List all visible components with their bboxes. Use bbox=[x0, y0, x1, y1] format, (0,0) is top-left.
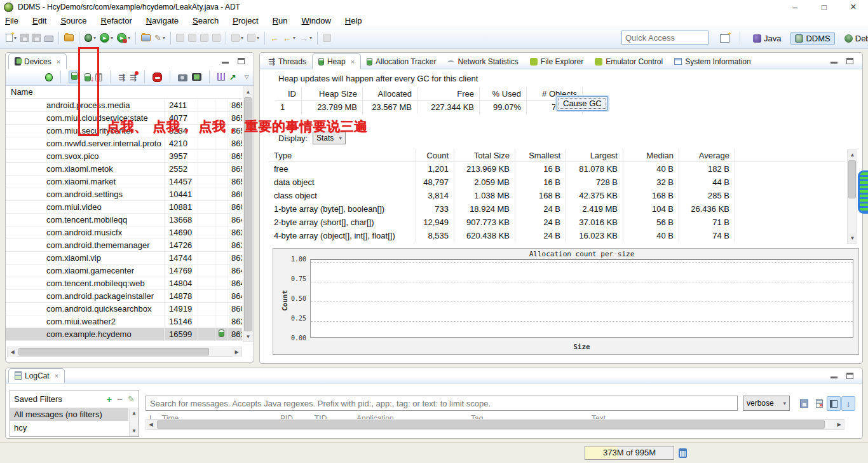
menu-item-project[interactable]: Project bbox=[233, 16, 258, 25]
scroll-right-icon[interactable]: ▶ bbox=[834, 420, 844, 429]
device-row[interactable]: com.android.thememanager147268630 bbox=[6, 239, 242, 252]
device-row[interactable]: com.xiaomi.market144578659 bbox=[6, 176, 242, 188]
debug-process-icon[interactable] bbox=[45, 73, 53, 81]
scroll-down-icon[interactable]: ▼ bbox=[848, 233, 857, 243]
devices-horizontal-scrollbar[interactable]: ◀ ▶ bbox=[7, 347, 242, 357]
perspective-debug[interactable]: Debug bbox=[840, 32, 868, 45]
debug-button[interactable]: ▾ bbox=[83, 31, 98, 46]
maximize-view-icon[interactable] bbox=[846, 373, 853, 379]
device-row[interactable]: com.example.hcydemo165998610 bbox=[6, 328, 242, 341]
window-maximize-button[interactable]: □ bbox=[810, 0, 839, 14]
stats-row[interactable]: 1-byte array (byte[], boolean[])73318.92… bbox=[269, 202, 844, 216]
logcat-horizontal-scrollbar[interactable]: ◀ ▶ bbox=[146, 419, 844, 430]
run-history-button[interactable]: ▾ bbox=[115, 31, 132, 46]
device-row[interactable]: com.android.quicksearchbox149198603 bbox=[6, 303, 242, 315]
log-level-select[interactable]: verbose ▾ bbox=[743, 396, 790, 411]
scroll-up-icon[interactable]: ▲ bbox=[848, 150, 857, 160]
tab-heap[interactable]: Heap× bbox=[312, 53, 361, 69]
stats-row[interactable]: 2-byte array (short[], char[])12,949907.… bbox=[269, 216, 844, 229]
annotation-nav-next[interactable]: ▾ bbox=[229, 31, 245, 46]
menu-item-window[interactable]: Window bbox=[302, 16, 331, 25]
toolbar-extra-1[interactable] bbox=[174, 31, 186, 46]
clear-log-button[interactable] bbox=[813, 397, 825, 410]
export-log-button[interactable] bbox=[797, 397, 810, 410]
menu-item-search[interactable]: Search bbox=[193, 16, 219, 25]
scroll-right-icon[interactable]: ▶ bbox=[232, 347, 241, 357]
maximize-view-icon[interactable] bbox=[846, 58, 853, 64]
stats-vertical-scrollbar[interactable]: ▲ ▼ bbox=[847, 149, 857, 244]
device-row[interactable]: com.android.packageinstaller148788649 bbox=[6, 290, 242, 303]
restore-editor-button[interactable] bbox=[321, 31, 333, 46]
cause-gc-button[interactable]: Cause GC bbox=[557, 96, 608, 111]
tab-devices[interactable]: Devices × bbox=[8, 53, 67, 69]
tab-file-explorer[interactable]: File Explorer bbox=[524, 53, 589, 69]
tab-threads[interactable]: Threads bbox=[262, 53, 312, 69]
device-row[interactable]: com.nvwfd.server.internal.proto42108655 bbox=[6, 137, 242, 150]
minimize-view-icon[interactable] bbox=[831, 373, 837, 378]
forward-button[interactable]: →▾ bbox=[297, 31, 314, 46]
perspective-java[interactable]: Java bbox=[749, 32, 785, 45]
start-method-profiling-button[interactable] bbox=[130, 73, 137, 82]
maximize-view-icon[interactable] bbox=[238, 58, 245, 64]
start-profiling-icon[interactable] bbox=[229, 73, 236, 82]
open-type-button[interactable] bbox=[139, 31, 153, 46]
toolbar-extra-3[interactable] bbox=[198, 31, 210, 46]
print-button[interactable] bbox=[43, 31, 55, 46]
screen-mirror-button[interactable] bbox=[192, 73, 201, 81]
hierarchy-view-button[interactable] bbox=[217, 73, 225, 81]
run-button[interactable]: ▾ bbox=[98, 31, 115, 46]
logcat-search-input[interactable] bbox=[146, 396, 738, 411]
add-filter-button[interactable]: + bbox=[107, 394, 112, 404]
scroll-left-icon[interactable]: ◀ bbox=[8, 347, 17, 357]
stop-process-button[interactable] bbox=[153, 73, 162, 82]
tab-system-information[interactable]: System Information bbox=[668, 53, 756, 69]
window-close-button[interactable]: × bbox=[839, 0, 868, 14]
filters-scrollbar[interactable]: ▲ ▼ bbox=[129, 408, 139, 436]
tab-network-statistics[interactable]: Network Statistics bbox=[442, 53, 524, 69]
view-menu-icon[interactable]: ▽ bbox=[245, 74, 249, 80]
save-button[interactable] bbox=[18, 31, 31, 46]
menu-item-source[interactable]: Source bbox=[60, 16, 86, 25]
menu-item-help[interactable]: Help bbox=[345, 16, 362, 25]
new-wizard-button[interactable]: ▾ bbox=[4, 31, 18, 46]
scroll-up-icon[interactable]: ▲ bbox=[243, 87, 253, 97]
menu-item-navigate[interactable]: Navigate bbox=[146, 16, 179, 25]
stats-row[interactable]: data object48,7972.059 MB16 B728 B32 B44… bbox=[269, 176, 844, 189]
stats-row[interactable]: 4-byte array (object[], int[], float[])8… bbox=[269, 229, 844, 242]
menu-item-file[interactable]: File bbox=[5, 16, 18, 25]
device-row[interactable]: com.xiaomi.gamecenter147698644 bbox=[6, 265, 242, 277]
quick-access-input[interactable] bbox=[621, 31, 709, 45]
annotation-nav-prev[interactable]: ▾ bbox=[245, 31, 261, 46]
open-file-button[interactable] bbox=[62, 31, 76, 46]
menu-item-edit[interactable]: Edit bbox=[32, 16, 46, 25]
filter-item[interactable]: All messages (no filters) bbox=[10, 408, 128, 421]
close-icon[interactable]: × bbox=[55, 372, 58, 380]
device-row[interactable]: android.process.media24118650 bbox=[6, 99, 242, 112]
tab-logcat[interactable]: LogCat × bbox=[8, 368, 65, 383]
device-row[interactable]: com.tencent.mobileqq136688641 bbox=[6, 214, 242, 226]
toolbar-extra-4[interactable] bbox=[210, 31, 222, 46]
menu-item-run[interactable]: Run bbox=[273, 16, 288, 25]
display-saved-filters-toggle[interactable] bbox=[827, 396, 841, 411]
filter-item[interactable]: hcy bbox=[10, 421, 128, 434]
devices-name-header[interactable]: Name bbox=[6, 86, 242, 99]
close-icon[interactable]: × bbox=[351, 58, 355, 66]
device-row[interactable]: com.tencent.mobileqq:web148048645 bbox=[6, 277, 242, 290]
scroll-up-icon[interactable]: ▲ bbox=[130, 408, 139, 418]
remove-filter-button[interactable]: − bbox=[117, 394, 123, 404]
device-row[interactable]: com.android.musicfx146908626 bbox=[6, 226, 242, 239]
scroll-down-icon[interactable]: ▼ bbox=[130, 426, 139, 436]
save-all-button[interactable] bbox=[31, 31, 43, 46]
scroll-left-icon[interactable]: ◀ bbox=[146, 420, 156, 429]
window-minimize-button[interactable]: – bbox=[780, 0, 810, 14]
tab-emulator-control[interactable]: Emulator Control bbox=[589, 53, 668, 69]
perspective-ddms[interactable]: DDMS bbox=[790, 32, 834, 45]
scroll-lock-toggle[interactable] bbox=[841, 396, 855, 411]
device-row[interactable]: com.miui.video108818609 bbox=[6, 201, 242, 214]
minimize-view-icon[interactable] bbox=[831, 58, 837, 64]
minimize-view-icon[interactable] bbox=[222, 58, 229, 64]
edit-filter-button[interactable]: ✎ bbox=[128, 394, 135, 404]
open-perspective-button[interactable] bbox=[718, 31, 731, 46]
tab-allocation-tracker[interactable]: Allocation Tracker bbox=[361, 53, 442, 69]
stats-row[interactable]: free1,201213.969 KB16 B81.078 KB40 B182 … bbox=[269, 162, 844, 176]
